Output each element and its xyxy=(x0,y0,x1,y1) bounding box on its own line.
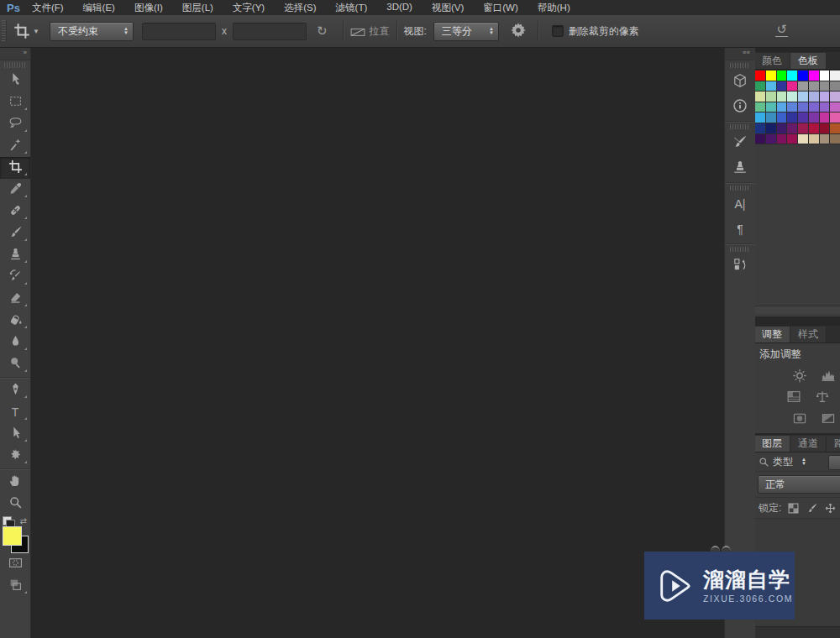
menu-filter[interactable]: 滤镜(T) xyxy=(336,2,368,14)
color-swatch[interactable] xyxy=(766,134,776,144)
color-swatch[interactable] xyxy=(820,123,830,133)
dock-grip[interactable] xyxy=(730,186,750,191)
color-swatch[interactable] xyxy=(787,134,797,144)
lock-transparent-pixels-icon[interactable] xyxy=(788,503,799,514)
options-bar-grip[interactable] xyxy=(2,20,7,42)
menu-window[interactable]: 窗口(W) xyxy=(483,2,518,14)
custom-shape-tool[interactable] xyxy=(0,445,30,467)
blur-tool[interactable] xyxy=(0,332,30,353)
color-swatch[interactable] xyxy=(766,71,776,81)
paragraph-panel-button[interactable]: ¶ xyxy=(725,217,755,242)
tab-swatches[interactable]: 色板 xyxy=(790,53,827,69)
collapse-tools-chevron[interactable]: » xyxy=(0,47,30,60)
tab-color[interactable]: 颜色 xyxy=(754,53,790,69)
expand-panels-chevron[interactable]: «« xyxy=(725,47,755,60)
tab-layers[interactable]: 图层 xyxy=(754,436,790,452)
foreground-color-swatch[interactable] xyxy=(3,526,22,546)
crop-height-field[interactable] xyxy=(233,23,307,40)
color-swatch[interactable] xyxy=(787,112,797,123)
crop-overlay-dropdown[interactable]: 三等分 ▲▼ xyxy=(433,22,499,41)
default-colors-icon[interactable] xyxy=(3,516,12,526)
crop-options-gear-icon[interactable] xyxy=(511,23,528,39)
gradient-map-adjustment-icon[interactable] xyxy=(820,411,837,426)
gradient-tool[interactable] xyxy=(0,310,30,332)
reset-tool-icon[interactable]: ↺ xyxy=(775,23,788,37)
color-swatch[interactable] xyxy=(755,71,765,81)
color-swatch[interactable] xyxy=(755,102,765,112)
color-swatch[interactable] xyxy=(798,123,808,133)
delete-cropped-pixels-checkbox[interactable] xyxy=(552,25,564,37)
crop-ratio-dropdown[interactable]: 不受约束 ▲▼ xyxy=(50,22,134,41)
menu-help[interactable]: 帮助(H) xyxy=(538,2,570,14)
color-swatch[interactable] xyxy=(777,102,787,112)
rectangular-marquee-tool[interactable] xyxy=(0,92,30,113)
clone-source-panel-button[interactable] xyxy=(725,155,755,180)
color-swatch[interactable] xyxy=(798,134,808,144)
dodge-tool[interactable] xyxy=(0,353,30,375)
zoom-tool[interactable] xyxy=(0,493,30,515)
color-swatch[interactable] xyxy=(777,134,787,144)
menu-file[interactable]: 文件(F) xyxy=(32,2,64,14)
document-canvas[interactable] xyxy=(31,47,724,638)
color-swatch[interactable] xyxy=(830,102,840,112)
color-swatch[interactable] xyxy=(787,123,797,133)
history-brush-tool[interactable] xyxy=(0,266,30,288)
color-swatch[interactable] xyxy=(809,112,819,123)
color-swatch[interactable] xyxy=(766,112,776,123)
color-swatch[interactable] xyxy=(755,92,765,102)
dock-grip[interactable] xyxy=(730,63,750,68)
tab-adjustments[interactable]: 调整 xyxy=(754,327,790,343)
layer-filter-value[interactable]: 类型 xyxy=(773,455,793,469)
tab-paths[interactable]: 路径 xyxy=(827,436,840,452)
crop-width-field[interactable] xyxy=(142,23,216,40)
3d-panel-button[interactable] xyxy=(725,69,755,94)
color-swatch[interactable] xyxy=(755,112,765,123)
color-swatch[interactable] xyxy=(820,81,830,92)
tab-channels[interactable]: 通道 xyxy=(790,436,827,452)
color-swatch[interactable] xyxy=(766,123,776,133)
color-swatch[interactable] xyxy=(777,81,787,92)
color-swatch[interactable] xyxy=(777,123,787,133)
color-swatch[interactable] xyxy=(787,102,797,112)
exposure-adjustment-icon[interactable] xyxy=(785,390,802,404)
menu-select[interactable]: 选择(S) xyxy=(284,2,316,14)
layer-comps-panel-button[interactable] xyxy=(725,253,755,278)
color-swatch[interactable] xyxy=(809,102,819,112)
color-swatch[interactable] xyxy=(777,71,787,81)
swap-colors-icon[interactable]: ⇄ xyxy=(20,516,27,526)
color-swatch[interactable] xyxy=(820,112,830,123)
eyedropper-tool[interactable] xyxy=(0,179,30,201)
color-swatch[interactable] xyxy=(766,102,776,112)
color-swatch[interactable] xyxy=(777,112,787,123)
clone-stamp-tool[interactable] xyxy=(0,244,30,266)
color-swatch[interactable] xyxy=(787,71,797,81)
color-swatch[interactable] xyxy=(830,71,840,81)
blend-mode-dropdown[interactable]: 正常 xyxy=(758,475,840,494)
filter-toggle-button[interactable] xyxy=(828,455,840,470)
lock-position-icon[interactable] xyxy=(825,503,836,514)
eraser-tool[interactable] xyxy=(0,288,30,310)
tool-preset-picker[interactable]: ▼ xyxy=(13,23,39,39)
straighten-button[interactable]: 拉直 xyxy=(350,24,390,39)
brush-presets-panel-button[interactable] xyxy=(725,130,755,155)
color-swatch[interactable] xyxy=(766,92,776,102)
color-swatch[interactable] xyxy=(830,92,840,102)
hand-tool[interactable] xyxy=(0,471,30,493)
dock-grip[interactable] xyxy=(730,124,750,129)
color-swatch[interactable] xyxy=(830,123,840,133)
menu-3d[interactable]: 3D(D) xyxy=(386,2,412,14)
color-swatch[interactable] xyxy=(787,81,797,92)
color-swatch[interactable] xyxy=(766,81,776,92)
spot-healing-brush-tool[interactable] xyxy=(0,201,30,222)
path-selection-tool[interactable] xyxy=(0,423,30,445)
photo-filter-adjustment-icon[interactable] xyxy=(791,411,808,426)
color-swatch[interactable] xyxy=(830,134,840,144)
swap-dimensions-icon[interactable]: ↻ xyxy=(317,24,328,39)
color-swatch[interactable] xyxy=(809,123,819,133)
crop-tool[interactable] xyxy=(0,157,30,179)
type-tool[interactable]: T xyxy=(0,401,30,423)
color-swatch[interactable] xyxy=(830,81,840,92)
dock-grip[interactable] xyxy=(730,247,750,252)
color-swatch[interactable] xyxy=(809,71,819,81)
color-swatch[interactable] xyxy=(798,81,808,92)
